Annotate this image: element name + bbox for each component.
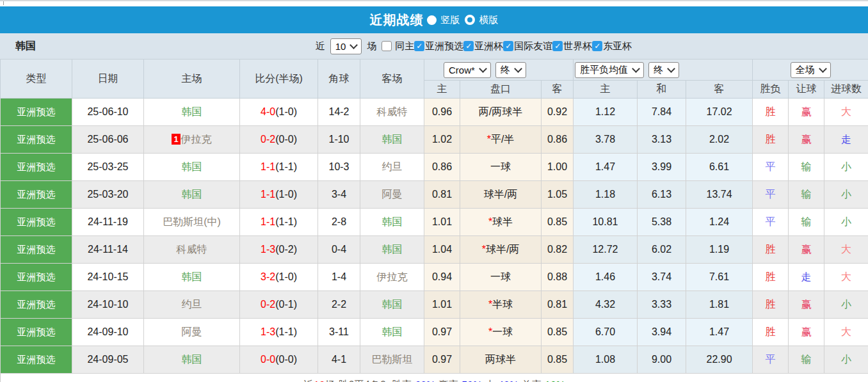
checkbox-checked-icon[interactable]: ✓ xyxy=(414,41,424,51)
odds-company-value: Crow* xyxy=(449,65,475,76)
cell-corners: 1-10 xyxy=(318,126,360,154)
cell-away-team: 韩国 xyxy=(360,291,424,319)
cell-away-team: 阿曼 xyxy=(360,181,424,209)
rank-badge: 1 xyxy=(172,134,180,145)
cell-corners: 2-2 xyxy=(318,291,360,319)
cell-avg-draw: 3.99 xyxy=(638,154,686,181)
cell-avg-draw: 3.94 xyxy=(638,319,686,346)
filter-checkbox-item[interactable]: ✓东亚杯 xyxy=(592,40,632,52)
cell-odds-home: 0.94 xyxy=(424,264,460,291)
summary-segment: 近 xyxy=(303,379,314,382)
cell-result: 平 xyxy=(753,209,789,236)
cell-result: 胜 xyxy=(753,319,789,346)
cell-score: 4-0(1-0) xyxy=(240,99,318,126)
cell-competition: 亚洲预选 xyxy=(1,126,72,154)
cell-handicap-result: 输 xyxy=(789,209,824,236)
cell-result: 平 xyxy=(753,181,789,209)
cell-score: 1-1(1-1) xyxy=(240,209,318,236)
avg-stage-select[interactable]: 终 xyxy=(648,62,679,78)
odds-stage-value: 终 xyxy=(501,64,510,76)
checkbox-checked-icon[interactable]: ✓ xyxy=(552,41,563,51)
cell-avg-away: 7.61 xyxy=(686,264,753,291)
cell-score: 0-2(0-1) xyxy=(240,291,318,319)
avg-select-group: 胜平负均值 终 xyxy=(574,60,753,81)
filter-checkbox-item[interactable]: ✓世界杯 xyxy=(552,40,592,52)
scope-select[interactable]: 全场 xyxy=(791,62,831,78)
odds-stage-select[interactable]: 终 xyxy=(495,62,526,78)
summary-segment: 60% xyxy=(415,380,435,382)
cell-away-team: 科威特 xyxy=(360,99,424,126)
table-row: 亚洲预选25-06-10韩国4-0(1-0)14-2科威特0.96两/两球半0.… xyxy=(1,99,868,126)
cell-avg-home: 1.47 xyxy=(574,154,638,181)
cell-corners: 3-4 xyxy=(318,181,360,209)
cell-home-team: 韩国 xyxy=(144,99,240,126)
filter-checkbox-item[interactable]: 同主 xyxy=(382,40,414,52)
cell-date: 24-11-19 xyxy=(72,209,144,236)
checkbox-checked-icon[interactable]: ✓ xyxy=(592,41,602,51)
summary-footer: 近10场,胜6平4负0, 胜率:60% 赢率:50% 大:40% 单率:10% xyxy=(0,374,868,382)
checkbox-checked-icon[interactable]: ✓ xyxy=(503,41,513,51)
filter-checkbox-item[interactable]: ✓亚洲预选 xyxy=(414,40,463,52)
checkbox-unchecked-icon[interactable] xyxy=(382,41,392,51)
summary-segment: 单率: xyxy=(518,379,545,382)
cell-avg-draw: 5.38 xyxy=(638,209,686,236)
table-row: 亚洲预选24-11-19巴勒斯坦(中)1-1(1-1)2-8韩国1.01*球半0… xyxy=(1,209,868,236)
table-row: 亚洲预选25-03-25韩国1-1(1-1)10-3约旦0.86一球1.001.… xyxy=(1,154,868,181)
radio-horizontal-layout[interactable] xyxy=(465,15,475,25)
cell-home-team: 科威特 xyxy=(144,236,240,264)
radio-vertical-label[interactable]: 竖版 xyxy=(441,14,460,26)
near-label: 近 xyxy=(316,40,325,52)
cell-goals-result: 小 xyxy=(824,181,868,209)
cell-competition: 亚洲预选 xyxy=(1,346,72,374)
cell-date: 24-11-14 xyxy=(72,236,144,264)
col-header-handicap-result: 让球 xyxy=(789,81,824,99)
cell-avg-draw: 3.33 xyxy=(638,291,686,319)
summary-segment: 40% xyxy=(498,380,518,382)
cell-goals-result: 小 xyxy=(824,154,868,181)
cell-handicap-result: 赢 xyxy=(789,126,824,154)
cell-goals-result: 大 xyxy=(824,99,868,126)
checkbox-checked-icon[interactable]: ✓ xyxy=(463,41,474,51)
cell-corners: 4-1 xyxy=(318,346,360,374)
radio-vertical-layout[interactable] xyxy=(427,15,437,25)
cell-odds-away: 0.86 xyxy=(542,126,574,154)
cell-odds-home: 1.01 xyxy=(424,209,460,236)
cell-home-team: 韩国 xyxy=(144,346,240,374)
cell-corners: 3-11 xyxy=(318,319,360,346)
col-header-home: 主场 xyxy=(144,60,240,99)
cell-competition: 亚洲预选 xyxy=(1,291,72,319)
cell-handicap: 球半/两 xyxy=(460,181,542,209)
avg-type-select[interactable]: 胜平负均值 xyxy=(575,62,644,78)
cell-avg-away: 6.61 xyxy=(686,154,753,181)
match-count-value: 10 xyxy=(335,41,346,52)
chevron-down-icon xyxy=(819,65,827,73)
cell-corners: 10-3 xyxy=(318,154,360,181)
col-header-corner: 角球 xyxy=(318,60,360,99)
cell-handicap-result: 赢 xyxy=(789,236,824,264)
cell-avg-home: 1.46 xyxy=(574,264,638,291)
cell-handicap: 一球 xyxy=(460,154,542,181)
cell-score: 1-3(0-2) xyxy=(240,236,318,264)
cell-competition: 亚洲预选 xyxy=(1,264,72,291)
filter-controls: 近 10 场 同主✓亚洲预选✓亚洲杯✓国际友谊✓世界杯✓东亚杯 xyxy=(313,38,632,54)
scope-value: 全场 xyxy=(796,64,815,76)
cell-avg-away: 22.90 xyxy=(686,346,753,374)
radio-horizontal-label[interactable]: 横版 xyxy=(479,14,499,26)
cell-odds-away: 1.00 xyxy=(542,154,574,181)
cell-home-team: 韩国 xyxy=(144,181,240,209)
odds-company-select[interactable]: Crow* xyxy=(444,62,491,78)
summary-segment: 10 xyxy=(314,380,325,382)
filter-checkbox-item[interactable]: ✓亚洲杯 xyxy=(463,40,503,52)
table-row: 亚洲预选25-06-061伊拉克0-2(0-0)1-10韩国1.02*平/半0.… xyxy=(1,126,868,154)
cell-odds-home: 0.97 xyxy=(424,346,460,374)
cell-avg-home: 1.12 xyxy=(574,99,638,126)
page-title: 近期战绩 xyxy=(370,12,424,29)
match-count-select[interactable]: 10 xyxy=(330,38,362,54)
summary-segment: 大: xyxy=(482,379,498,382)
cell-handicap-result: 赢 xyxy=(789,99,824,126)
cell-away-team: 韩国 xyxy=(360,209,424,236)
cell-away-team: 巴勒斯坦 xyxy=(360,346,424,374)
page-top-strip xyxy=(0,0,868,6)
cell-home-team: 阿曼 xyxy=(144,319,240,346)
filter-checkbox-item[interactable]: ✓国际友谊 xyxy=(503,40,552,52)
